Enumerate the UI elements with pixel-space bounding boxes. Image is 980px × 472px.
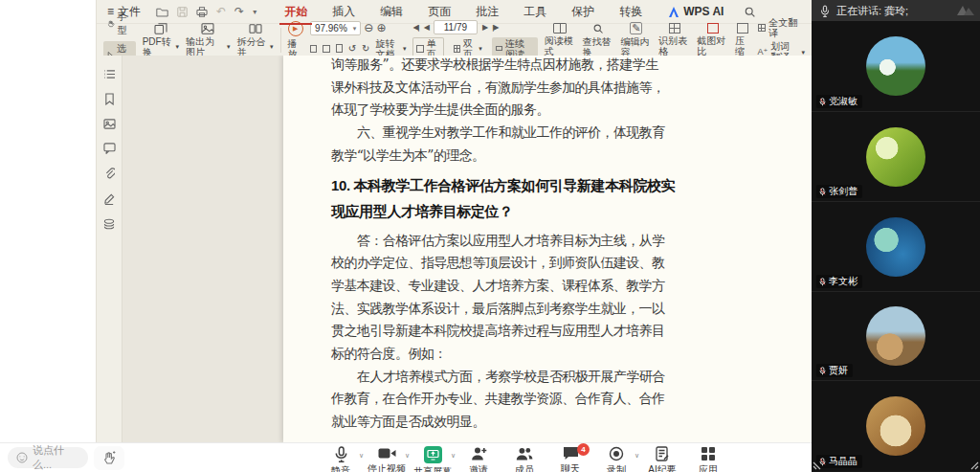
smiley-icon: [16, 452, 28, 463]
record-options-caret[interactable]: ∨: [635, 452, 639, 460]
fit-width-icon[interactable]: [323, 45, 330, 53]
meeting-video-panel: 正在讲话: 龚玲; 党淑敏 张剑普: [812, 0, 980, 472]
stamp-icon[interactable]: [103, 218, 115, 230]
screenshot-compare-label: 截图对比: [697, 35, 728, 56]
ribbon-tabs: 开始 插入 编辑 页面 批注 工具 保护 转换: [282, 1, 644, 23]
find-replace-label: 查找替换: [583, 36, 614, 57]
participant-tile[interactable]: 马晶晶: [812, 381, 980, 471]
resize-handle-right[interactable]: [967, 458, 979, 470]
record-button[interactable]: ∨ 录制: [597, 446, 635, 472]
first-page-button[interactable]: ◀|: [412, 22, 418, 33]
share-screen-button[interactable]: ∨ 共享屏幕: [413, 446, 452, 472]
meeting-controls: ∨ 静音 ∨ 停止视频 ∨ 共享屏幕 邀请: [322, 446, 727, 472]
doc-line: 体现了学校要为学生提供全面的服务。: [331, 99, 685, 122]
play-button[interactable]: ▶ 播放: [287, 21, 302, 59]
participant-name: 马晶晶: [829, 456, 858, 467]
save-icon[interactable]: [177, 7, 188, 17]
mic-options-caret[interactable]: ∨: [359, 452, 364, 460]
participant-name-tag: 李文彬: [816, 275, 862, 288]
bookmark-icon[interactable]: [104, 93, 115, 105]
doc-line: 作教育，在合作开办专业、共建教学资源、合作育人、合作: [331, 388, 685, 411]
muted-mic-icon: [819, 98, 826, 106]
quickbar-more-icon[interactable]: ▾: [253, 8, 256, 16]
ai-notes-button[interactable]: AI纪要: [643, 446, 681, 472]
stop-video-button[interactable]: ∨ 停止视频: [368, 446, 406, 472]
thumbnail-icon[interactable]: [103, 119, 116, 129]
find-replace-button[interactable]: 查找替换: [583, 23, 614, 57]
share-screen-label: 共享屏幕: [413, 465, 452, 472]
participant-tile[interactable]: 贾妍: [812, 292, 980, 381]
split-merge-button[interactable]: 拆分合并▾: [236, 23, 273, 57]
doc-line: 校的办学定位、指导思想等顶层设计，到师资队伍建设、教: [331, 252, 685, 275]
apps-button[interactable]: 应用: [689, 446, 727, 472]
compress-button[interactable]: 压缩: [735, 23, 750, 56]
compress-icon: [737, 23, 748, 34]
redo-icon[interactable]: ↷: [234, 5, 244, 18]
comment-icon[interactable]: [103, 143, 116, 154]
chat-input[interactable]: 说点什么...: [8, 447, 88, 468]
rotate-left-icon[interactable]: ↺: [348, 43, 356, 54]
outline-icon[interactable]: [103, 69, 116, 79]
muted-mic-icon: [819, 188, 826, 196]
zoom-level-value: 97.96%: [315, 23, 347, 34]
tab-protect[interactable]: 保护: [569, 1, 596, 23]
next-page-button[interactable]: ▶: [482, 22, 487, 33]
split-merge-label: 拆分合并: [236, 36, 267, 57]
chat-label: 聊天: [561, 462, 580, 472]
screenshot-compare-button[interactable]: 截图对比: [697, 23, 728, 56]
zoom-in-icon[interactable]: ⊕: [376, 23, 386, 34]
export-image-button[interactable]: 输出为图片▾: [186, 23, 230, 57]
participant-name: 党淑敏: [829, 96, 858, 107]
last-page-button[interactable]: |▶: [492, 22, 498, 33]
edit-content-label: 编辑内容: [620, 36, 652, 57]
stop-video-label: 停止视频: [368, 462, 406, 472]
menu-bar: ≡ 文件 ↶ ↷ ▾ 开始 插入 编辑 页面 批: [97, 0, 812, 23]
read-mode-button[interactable]: 阅读模式: [545, 23, 576, 56]
tab-tools[interactable]: 工具: [522, 1, 548, 23]
share-options-caret[interactable]: ∨: [451, 452, 456, 460]
pencil-icon: ✎: [630, 22, 642, 34]
raise-hand-button[interactable]: [94, 446, 124, 470]
wps-ai-button[interactable]: WPS AI: [668, 5, 724, 18]
video-options-caret[interactable]: ∨: [405, 452, 410, 460]
chat-button[interactable]: 4 聊天: [551, 446, 590, 472]
invite-button[interactable]: 邀请: [459, 446, 498, 472]
edit-content-button[interactable]: ✎ 编辑内容: [620, 22, 652, 57]
tab-home[interactable]: 开始: [282, 1, 309, 23]
chat-unread-badge: 4: [577, 443, 590, 456]
pdf-convert-button[interactable]: PDF转换▾: [143, 23, 179, 57]
tab-edit[interactable]: 编辑: [378, 1, 405, 23]
members-button[interactable]: 成员: [505, 446, 544, 472]
participant-tile[interactable]: 李文彬: [812, 202, 980, 292]
tab-annotate[interactable]: 批注: [474, 1, 501, 23]
tab-insert[interactable]: 插入: [330, 1, 357, 23]
file-menu[interactable]: ≡ 文件: [104, 4, 144, 20]
recognize-table-label: 识别表格: [658, 35, 690, 56]
print-icon[interactable]: [196, 7, 208, 17]
tab-page[interactable]: 页面: [426, 1, 453, 23]
rotate-right-icon[interactable]: ↻: [362, 43, 369, 54]
doc-line: 在人才培养模式方面，考察学校是否积极开展产学研合: [331, 366, 685, 389]
zoom-out-icon[interactable]: ⊖: [364, 23, 373, 34]
tab-convert[interactable]: 转换: [617, 1, 644, 23]
undo-icon[interactable]: ↶: [216, 5, 226, 18]
resize-handle-left[interactable]: [813, 458, 825, 470]
signature-icon[interactable]: [103, 193, 115, 205]
mute-button[interactable]: ∨ 静音: [322, 446, 360, 472]
doc-line: 法、实践教学体系设计，最后落脚点到考察学生就业，一以: [331, 298, 685, 321]
document-canvas[interactable]: 询等服务”。还要求学校根据学生特点因材施教，搭建学生 课外科技及文体活动平台，有…: [122, 56, 812, 442]
avatar: [866, 306, 925, 366]
participant-tile[interactable]: 张剑普: [812, 112, 980, 202]
participant-tile[interactable]: 党淑敏: [812, 21, 980, 112]
fit-window-icon[interactable]: [310, 45, 317, 53]
search-icon[interactable]: [744, 6, 756, 18]
fit-page-icon[interactable]: [336, 44, 343, 53]
doc-line: 标的符合度。例如：: [331, 343, 685, 366]
prev-page-button[interactable]: ◀: [424, 22, 429, 33]
recognize-table-button[interactable]: 识别表格: [658, 23, 690, 56]
translate-icon: [758, 24, 767, 32]
chat-placeholder: 说点什么...: [33, 443, 79, 472]
attachment-icon[interactable]: [104, 168, 115, 180]
open-folder-icon[interactable]: [156, 7, 168, 17]
export-image-label: 输出为图片: [186, 36, 224, 57]
